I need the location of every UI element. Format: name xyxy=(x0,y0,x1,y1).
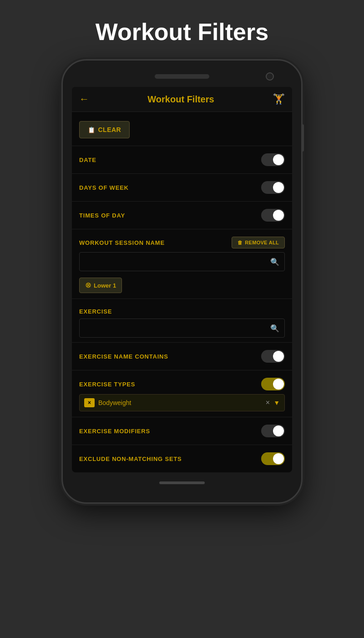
date-toggle-thumb xyxy=(273,154,284,165)
exercise-label: EXERCISE xyxy=(79,308,112,315)
exercise-name-contains-toggle[interactable] xyxy=(261,350,285,363)
days-of-week-filter-row: DAYS OF WEEK xyxy=(72,173,292,201)
tag-label: Lower 1 xyxy=(94,282,116,289)
workout-session-label: WORKOUT SESSION NAME xyxy=(79,239,165,246)
header-title: Workout Filters xyxy=(89,94,273,105)
app-screen: ← Workout Filters 🏋️ 📋 CLEAR DATE xyxy=(72,87,292,472)
date-toggle[interactable] xyxy=(261,153,285,166)
exercise-types-toggle[interactable] xyxy=(261,378,285,390)
exercise-name-contains-row: EXERCISE NAME CONTAINS xyxy=(72,342,292,370)
date-filter-row: DATE xyxy=(72,146,292,173)
clear-button[interactable]: 📋 CLEAR xyxy=(79,121,130,138)
speaker xyxy=(155,74,209,79)
times-of-day-filter-row: TIMES OF DAY xyxy=(72,201,292,229)
date-label: DATE xyxy=(79,157,96,163)
clear-area: 📋 CLEAR xyxy=(72,112,292,146)
exercise-types-row: EXERCISE TYPES xyxy=(72,370,292,394)
days-of-week-toggle-thumb xyxy=(273,182,284,193)
exercise-types-toggle-thumb xyxy=(273,379,284,390)
exercise-section: EXERCISE 🔍 xyxy=(72,299,292,338)
workout-session-search-input[interactable] xyxy=(79,252,285,271)
exercise-label-row: EXERCISE xyxy=(72,301,292,319)
times-of-day-label: TIMES OF DAY xyxy=(79,212,125,219)
home-bar xyxy=(159,481,205,484)
exercise-types-value: Bodyweight xyxy=(98,399,266,406)
exercise-types-label: EXERCISE TYPES xyxy=(79,381,135,388)
dropdown-clear-icon[interactable]: × xyxy=(266,399,270,407)
exercise-search-icon: 🔍 xyxy=(270,324,279,333)
days-of-week-toggle[interactable] xyxy=(261,181,285,194)
remove-all-label: REMOVE ALL xyxy=(245,240,279,245)
dropdown-tag-x[interactable]: × xyxy=(88,400,91,406)
dropdown-controls: × ▼ xyxy=(266,399,280,407)
tag-remove-icon[interactable]: ⊗ xyxy=(85,282,91,289)
exercise-modifiers-toggle[interactable] xyxy=(261,425,285,437)
times-of-day-toggle[interactable] xyxy=(261,209,285,222)
exercise-name-contains-label: EXERCISE NAME CONTAINS xyxy=(79,353,168,360)
workout-session-tags: ⊗ Lower 1 xyxy=(72,276,292,299)
back-button[interactable]: ← xyxy=(79,93,89,105)
dumbbell-icon: 🏋️ xyxy=(273,93,285,105)
exclude-non-matching-toggle[interactable] xyxy=(261,452,285,465)
exercise-types-dropdown[interactable]: × Bodyweight × ▼ xyxy=(79,394,285,411)
exercise-modifiers-row: EXERCISE MODIFIERS xyxy=(72,417,292,445)
exercise-modifiers-label: EXERCISE MODIFIERS xyxy=(79,428,150,435)
days-of-week-label: DAYS OF WEEK xyxy=(79,184,129,191)
exclude-non-matching-row: EXCLUDE NON-MATCHING SETS xyxy=(72,445,292,472)
exclude-non-matching-toggle-thumb xyxy=(273,453,284,464)
exercise-search-container: 🔍 xyxy=(79,319,285,338)
exercise-search-input[interactable] xyxy=(79,319,285,338)
workout-session-search-icon: 🔍 xyxy=(270,258,279,266)
clear-label: CLEAR xyxy=(98,126,121,133)
app-header: ← Workout Filters 🏋️ xyxy=(72,87,292,112)
times-of-day-toggle-thumb xyxy=(273,210,284,221)
phone-top xyxy=(72,74,292,79)
workout-session-tag[interactable]: ⊗ Lower 1 xyxy=(79,278,122,293)
app-content: 📋 CLEAR DATE DAYS OF WEEK TIMES xyxy=(72,112,292,472)
page-title: Workout Filters xyxy=(96,18,268,46)
workout-session-header: WORKOUT SESSION NAME 🗑 REMOVE ALL xyxy=(72,229,292,252)
exercise-name-contains-toggle-thumb xyxy=(273,351,284,362)
exclude-non-matching-label: EXCLUDE NON-MATCHING SETS xyxy=(79,456,182,462)
camera xyxy=(266,72,274,81)
clear-icon: 📋 xyxy=(88,127,96,133)
exercise-modifiers-toggle-thumb xyxy=(273,425,284,436)
dropdown-arrow-icon[interactable]: ▼ xyxy=(273,399,280,406)
phone-shell: ← Workout Filters 🏋️ 📋 CLEAR DATE xyxy=(61,59,303,504)
remove-all-button[interactable]: 🗑 REMOVE ALL xyxy=(232,237,285,248)
phone-bottom xyxy=(72,481,292,484)
trash-icon: 🗑 xyxy=(238,240,243,245)
exercise-types-selected-tag[interactable]: × xyxy=(84,398,95,407)
workout-session-search-container: 🔍 xyxy=(79,252,285,271)
